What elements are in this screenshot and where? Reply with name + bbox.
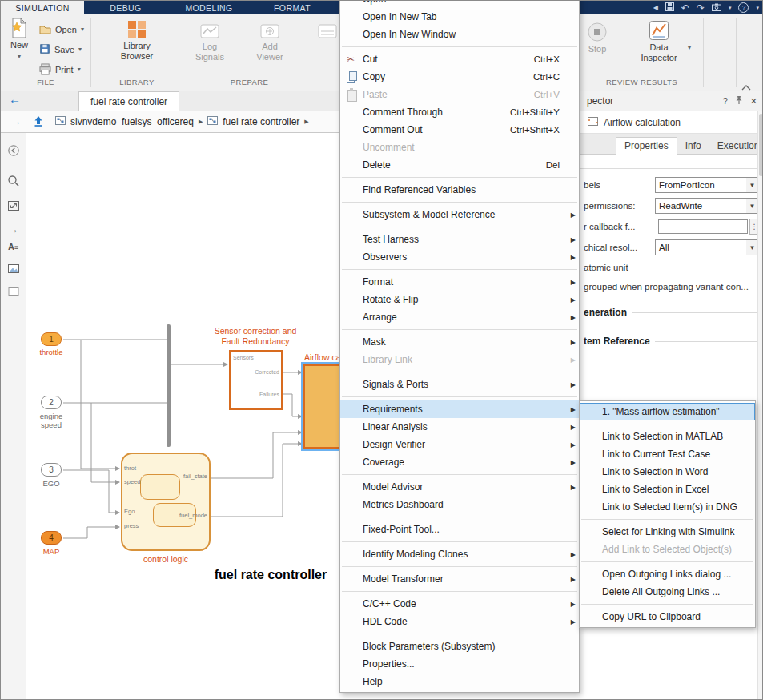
menu-item[interactable]: Observers ▶: [340, 248, 579, 266]
menu-item[interactable]: Test Harness ▶: [340, 231, 579, 248]
menu-item[interactable]: Mask ▶: [340, 333, 579, 351]
menu-item[interactable]: Design Verifier ▶: [340, 436, 579, 453]
menu-item[interactable]: Link to Selected Item(s) in DNG ▶: [580, 498, 755, 516]
menu-item[interactable]: Format ▶: [340, 273, 579, 291]
menu-item[interactable]: Help ▶: [340, 673, 579, 690]
save-button[interactable]: Save ▾: [39, 42, 82, 58]
menu-item[interactable]: Properties... ▶: [340, 655, 579, 673]
stop-button[interactable]: Stop: [580, 22, 614, 54]
menu-item[interactable]: Linear Analysis ▶: [340, 418, 579, 436]
resolution-combo[interactable]: All ▼: [655, 239, 759, 255]
menu-item[interactable]: Subsystem & Model Reference ▶: [340, 206, 579, 223]
nav-back-icon[interactable]: ◀: [653, 5, 658, 11]
menu-item[interactable]: Model Transformer ▶: [340, 570, 579, 588]
new-button[interactable]: New ▾: [4, 18, 34, 60]
menu-item[interactable]: Identify Modeling Clones ▶: [340, 545, 579, 563]
undo-icon[interactable]: ↶: [681, 3, 689, 13]
menu-item[interactable]: Arrange ▶: [340, 308, 579, 326]
menu-item[interactable]: Uncomment ▶: [340, 139, 579, 156]
inspector-help-icon[interactable]: ?: [723, 96, 728, 106]
menu-item[interactable]: Link to Selection in MATLAB ▶: [580, 428, 755, 445]
variant-conditions-checkbox-label[interactable]: grouped when propagating variant con...: [584, 277, 759, 296]
breadcrumb-root[interactable]: slvnvdemo_fuelsys_officereq: [70, 116, 194, 127]
back-button[interactable]: ←: [9, 92, 21, 106]
bus-bar[interactable]: [167, 324, 171, 447]
menu-item[interactable]: Fixed-Point Tool... ▶: [340, 521, 579, 538]
menu-item[interactable]: Select for Linking with Simulink ▶: [580, 523, 755, 541]
viewmark-icon[interactable]: [7, 263, 20, 277]
menu-item[interactable]: Rotate & Flip ▶: [340, 291, 579, 308]
toolbar-dropdown-icon[interactable]: ▾: [756, 5, 759, 10]
callback-input[interactable]: [658, 219, 748, 234]
port-labels-combo[interactable]: FromPortIcon ▼: [655, 177, 759, 193]
tab-debug[interactable]: DEBUG: [84, 1, 167, 14]
menu-item[interactable]: Find Referenced Variables ▶: [340, 181, 579, 199]
inport-throttle[interactable]: 1: [41, 332, 62, 346]
annotation-icon[interactable]: A≡: [8, 242, 18, 251]
data-inspector-dropdown-icon[interactable]: ▾: [688, 45, 691, 51]
menu-item[interactable]: Library Link ▶: [340, 351, 579, 368]
tab-properties[interactable]: Properties: [616, 137, 677, 155]
menu-item[interactable]: HDL Code ▶: [340, 613, 579, 630]
menu-item[interactable]: Block Parameters (Subsystem) ▶: [340, 638, 579, 655]
menu-item[interactable]: Open ▶: [340, 0, 579, 8]
save-icon[interactable]: [665, 2, 674, 13]
tab-info[interactable]: Info: [677, 138, 709, 154]
up-to-parent-button[interactable]: [33, 115, 44, 131]
subsystem-outline-icon[interactable]: [7, 285, 19, 300]
tab-modeling[interactable]: MODELING: [167, 1, 251, 14]
redo-icon[interactable]: ↷: [697, 3, 705, 13]
menu-item[interactable]: Requirements ▶: [340, 400, 579, 418]
close-icon[interactable]: ✕: [750, 96, 757, 107]
menu-item[interactable]: Comment Out Ctrl+Shift+X ▶: [340, 121, 579, 139]
help-icon[interactable]: ?: [738, 2, 749, 13]
forward-button[interactable]: →: [10, 115, 22, 127]
fit-view-icon[interactable]: [7, 200, 20, 215]
pin-icon[interactable]: [735, 95, 743, 107]
menu-item[interactable]: Paste Ctrl+V ▶: [340, 86, 579, 103]
sensor-correction-block[interactable]: Sensors Corrected Failures: [229, 350, 283, 410]
breadcrumb-chevron-icon[interactable]: ▶: [304, 119, 308, 125]
menu-item[interactable]: C/C++ Code ▶: [340, 595, 579, 613]
tab-execution[interactable]: Execution: [709, 138, 763, 154]
prepare-extra-button[interactable]: [311, 24, 343, 42]
data-inspector-button[interactable]: Data Inspector: [633, 20, 685, 63]
menu-item[interactable]: Delete All Outgoing Links ... ▶: [580, 583, 755, 601]
menu-item[interactable]: Cut Ctrl+X ▶: [340, 50, 579, 68]
add-viewer-button[interactable]: Add Viewer: [245, 24, 295, 62]
menu-item[interactable]: Metrics Dashboard ▶: [340, 496, 579, 513]
zoom-icon[interactable]: [7, 175, 20, 191]
menu-item[interactable]: Link to Selection in Excel ▶: [580, 481, 755, 498]
pan-arrow-icon[interactable]: →: [8, 223, 18, 235]
tab-format[interactable]: FORMAT: [251, 1, 334, 14]
menu-item[interactable]: Coverage ▶: [340, 453, 579, 471]
menu-item[interactable]: Open In New Tab ▶: [340, 8, 579, 26]
breadcrumb-current[interactable]: fuel rate controller: [223, 116, 299, 127]
menu-item[interactable]: Link to Selection in Word ▶: [580, 463, 755, 481]
inport-engine-speed[interactable]: 2: [41, 396, 62, 409]
atomic-unit-checkbox-label[interactable]: atomic unit: [584, 258, 759, 277]
log-signals-button[interactable]: Log Signals: [185, 24, 235, 62]
menu-item[interactable]: Delete Del ▶: [340, 156, 579, 174]
menu-item[interactable]: Open In New Window ▶: [340, 26, 579, 43]
menu-item[interactable]: Signals & Ports ▶: [340, 376, 579, 393]
library-browser-button[interactable]: Library Browser: [102, 20, 171, 62]
menu-item[interactable]: 1. "Mass airflow estimation" ▶: [580, 403, 755, 420]
menu-item[interactable]: Link to Current Test Case ▶: [580, 445, 755, 463]
inport-ego[interactable]: 3: [41, 463, 62, 477]
inspector-scrollbar[interactable]: [757, 111, 763, 700]
inport-map[interactable]: 4: [41, 531, 62, 545]
document-tab[interactable]: fuel rate controller: [78, 91, 179, 111]
open-button[interactable]: Open ▾: [39, 22, 84, 38]
capture-icon[interactable]: [712, 3, 721, 13]
permissions-combo[interactable]: ReadWrite ▼: [655, 198, 759, 214]
menu-item[interactable]: Model Advisor ▶: [340, 478, 579, 496]
menu-item[interactable]: Add Link to Selected Object(s) ▶: [580, 541, 755, 558]
menu-item[interactable]: Comment Through Ctrl+Shift+Y ▶: [340, 103, 579, 121]
print-button[interactable]: Print ▾: [39, 62, 81, 78]
hide-explorer-bar-icon[interactable]: [7, 144, 20, 160]
scrollbar-thumb[interactable]: [759, 114, 763, 176]
menu-item[interactable]: Copy Ctrl+C ▶: [340, 68, 579, 86]
breadcrumb-chevron-icon[interactable]: ▶: [199, 119, 203, 125]
menu-item[interactable]: Open Outgoing Links dialog ... ▶: [580, 565, 755, 583]
